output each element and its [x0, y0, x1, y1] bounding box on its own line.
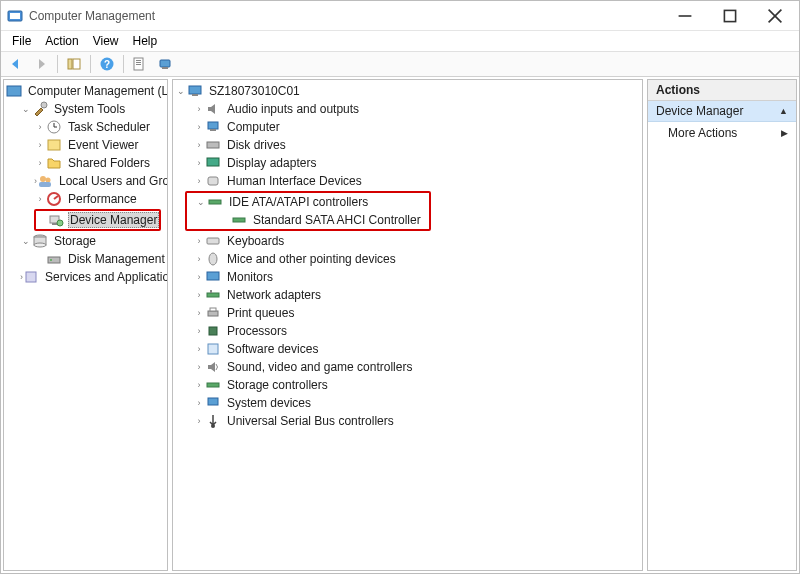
expand-icon[interactable]: › — [193, 158, 205, 168]
device-item[interactable]: Standard SATA AHCI Controller — [187, 211, 423, 229]
collapse-icon[interactable]: ⌄ — [20, 236, 32, 246]
device-category[interactable]: ›Keyboards — [175, 232, 642, 250]
expand-icon[interactable]: › — [193, 176, 205, 186]
tree-item-shared-folders[interactable]: › Shared Folders — [6, 154, 167, 172]
expand-icon[interactable]: › — [193, 326, 205, 336]
tree-item-device-manager[interactable]: Device Manager — [36, 211, 159, 229]
print-icon — [205, 305, 221, 321]
expand-icon[interactable]: › — [193, 236, 205, 246]
minimize-button[interactable] — [662, 1, 707, 30]
tree-item-services-apps[interactable]: › Services and Applications — [6, 268, 167, 286]
svg-rect-35 — [26, 272, 36, 282]
expand-icon[interactable]: › — [193, 140, 205, 150]
actions-section[interactable]: Device Manager ▲ — [648, 101, 796, 122]
show-hide-tree-button[interactable] — [63, 53, 85, 75]
tree-item-system-tools[interactable]: ⌄ System Tools — [6, 100, 167, 118]
collapse-icon[interactable]: ⌄ — [195, 197, 207, 207]
processor-icon — [205, 323, 221, 339]
device-category[interactable]: ›Software devices — [175, 340, 642, 358]
app-window: Computer Management File Action View Hel… — [0, 0, 800, 574]
expand-icon[interactable]: › — [193, 254, 205, 264]
computer-icon — [205, 119, 221, 135]
svg-rect-53 — [208, 344, 218, 354]
device-manager-icon — [48, 212, 64, 228]
svg-text:?: ? — [104, 59, 110, 70]
device-category-label: Display adapters — [225, 156, 318, 170]
menu-file[interactable]: File — [5, 33, 38, 49]
maximize-button[interactable] — [707, 1, 752, 30]
tree-item-event-viewer[interactable]: › Event Viewer — [6, 136, 167, 154]
storage-icon — [32, 233, 48, 249]
svg-rect-48 — [207, 293, 219, 297]
device-category[interactable]: ›Sound, video and game controllers — [175, 358, 642, 376]
tree-item-local-users[interactable]: › Local Users and Groups — [6, 172, 167, 190]
svg-rect-11 — [136, 60, 141, 61]
mmc-tree[interactable]: Computer Management (Local) ⌄ System Too… — [4, 80, 167, 288]
expand-icon[interactable]: › — [193, 104, 205, 114]
expand-icon[interactable]: › — [193, 272, 205, 282]
toolbar-separator — [57, 55, 58, 73]
actions-header: Actions — [648, 80, 796, 101]
menu-action[interactable]: Action — [38, 33, 85, 49]
expand-icon[interactable]: › — [34, 158, 46, 168]
device-category-label: Disk drives — [225, 138, 288, 152]
expand-icon[interactable]: › — [193, 398, 205, 408]
svg-point-34 — [50, 259, 52, 261]
device-category[interactable]: ›Monitors — [175, 268, 642, 286]
expand-icon[interactable]: › — [34, 122, 46, 132]
svg-rect-14 — [160, 60, 170, 67]
menu-help[interactable]: Help — [126, 33, 165, 49]
tree-root[interactable]: Computer Management (Local) — [6, 82, 167, 100]
device-category[interactable]: ›Storage controllers — [175, 376, 642, 394]
device-category[interactable]: ›Human Interface Devices — [175, 172, 642, 190]
menubar: File Action View Help — [1, 31, 799, 51]
expand-icon[interactable]: › — [193, 308, 205, 318]
menu-view[interactable]: View — [86, 33, 126, 49]
expand-icon[interactable]: › — [193, 416, 205, 426]
expand-icon[interactable]: › — [34, 194, 46, 204]
toolbar-separator — [90, 55, 91, 73]
collapse-icon[interactable]: ⌄ — [175, 86, 187, 96]
svg-rect-51 — [210, 308, 216, 311]
device-category-label: Monitors — [225, 270, 275, 284]
close-button[interactable] — [752, 1, 797, 30]
device-category[interactable]: ›System devices — [175, 394, 642, 412]
tree-item-storage[interactable]: ⌄ Storage — [6, 232, 167, 250]
device-root[interactable]: ⌄ SZ18073010C01 — [175, 82, 642, 100]
tree-item-task-scheduler[interactable]: › Task Scheduler — [6, 118, 167, 136]
svg-rect-52 — [209, 327, 217, 335]
forward-button[interactable] — [30, 53, 52, 75]
device-category[interactable]: ›Display adapters — [175, 154, 642, 172]
expand-icon[interactable]: › — [34, 140, 46, 150]
expand-icon[interactable]: › — [193, 362, 205, 372]
back-button[interactable] — [5, 53, 27, 75]
device-category[interactable]: ›Network adapters — [175, 286, 642, 304]
device-category[interactable]: ›Disk drives — [175, 136, 642, 154]
expand-icon[interactable]: › — [193, 122, 205, 132]
device-category[interactable]: ›Computer — [175, 118, 642, 136]
device-category-label: Mice and other pointing devices — [225, 252, 398, 266]
collapse-icon[interactable]: ⌄ — [20, 104, 32, 114]
device-category[interactable]: ›Audio inputs and outputs — [175, 100, 642, 118]
expand-icon[interactable]: › — [193, 290, 205, 300]
refresh-button[interactable] — [154, 53, 176, 75]
properties-button[interactable] — [129, 53, 151, 75]
device-category[interactable]: ›Universal Serial Bus controllers — [175, 412, 642, 430]
actions-more[interactable]: More Actions ▶ — [648, 122, 796, 144]
expand-icon[interactable]: › — [193, 380, 205, 390]
window-title: Computer Management — [29, 9, 662, 23]
tree-item-disk-management[interactable]: Disk Management — [6, 250, 167, 268]
device-tree[interactable]: ⌄ SZ18073010C01 ›Audio inputs and output… — [173, 80, 642, 432]
device-category[interactable]: ›Processors — [175, 322, 642, 340]
controller-icon — [231, 212, 247, 228]
device-category[interactable]: ›Mice and other pointing devices — [175, 250, 642, 268]
device-category-label: Computer — [225, 120, 282, 134]
svg-rect-55 — [208, 398, 218, 405]
svg-rect-54 — [207, 383, 219, 387]
help-button[interactable]: ? — [96, 53, 118, 75]
system-icon — [205, 395, 221, 411]
device-category[interactable]: ⌄IDE ATA/ATAPI controllers — [187, 193, 423, 211]
tree-item-performance[interactable]: › Performance — [6, 190, 167, 208]
expand-icon[interactable]: › — [193, 344, 205, 354]
device-category[interactable]: ›Print queues — [175, 304, 642, 322]
